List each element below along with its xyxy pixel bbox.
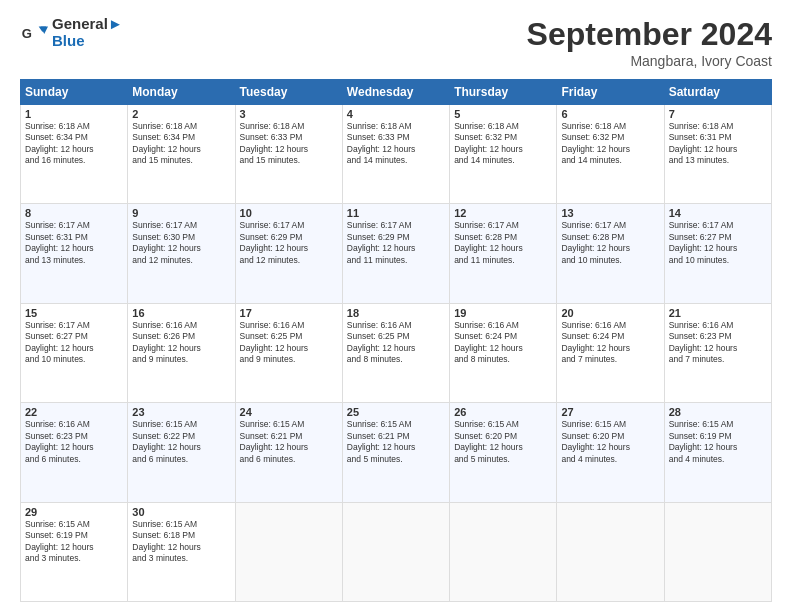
- day-number: 30: [132, 506, 230, 518]
- cell-content: Sunrise: 6:15 AMSunset: 6:21 PMDaylight:…: [347, 419, 416, 463]
- cell-content: Sunrise: 6:15 AMSunset: 6:22 PMDaylight:…: [132, 419, 201, 463]
- weekday-header-sunday: Sunday: [21, 80, 128, 105]
- cell-content: Sunrise: 6:17 AMSunset: 6:28 PMDaylight:…: [454, 220, 523, 264]
- calendar-cell: 17 Sunrise: 6:16 AMSunset: 6:25 PMDaylig…: [235, 303, 342, 402]
- logo: G General► Blue: [20, 16, 123, 49]
- calendar-cell: [557, 502, 664, 601]
- calendar-cell: 18 Sunrise: 6:16 AMSunset: 6:25 PMDaylig…: [342, 303, 449, 402]
- day-number: 14: [669, 207, 767, 219]
- calendar-cell: 28 Sunrise: 6:15 AMSunset: 6:19 PMDaylig…: [664, 403, 771, 502]
- calendar-cell: [342, 502, 449, 601]
- calendar-cell: 29 Sunrise: 6:15 AMSunset: 6:19 PMDaylig…: [21, 502, 128, 601]
- cell-content: Sunrise: 6:17 AMSunset: 6:27 PMDaylight:…: [669, 220, 738, 264]
- calendar-week-1: 1 Sunrise: 6:18 AMSunset: 6:34 PMDayligh…: [21, 105, 772, 204]
- header: G General► Blue September 2024 Mangbara,…: [20, 16, 772, 69]
- cell-content: Sunrise: 6:18 AMSunset: 6:33 PMDaylight:…: [347, 121, 416, 165]
- day-number: 29: [25, 506, 123, 518]
- cell-content: Sunrise: 6:15 AMSunset: 6:21 PMDaylight:…: [240, 419, 309, 463]
- cell-content: Sunrise: 6:15 AMSunset: 6:20 PMDaylight:…: [454, 419, 523, 463]
- day-number: 18: [347, 307, 445, 319]
- day-number: 3: [240, 108, 338, 120]
- calendar-cell: 14 Sunrise: 6:17 AMSunset: 6:27 PMDaylig…: [664, 204, 771, 303]
- weekday-header-row: SundayMondayTuesdayWednesdayThursdayFrid…: [21, 80, 772, 105]
- day-number: 16: [132, 307, 230, 319]
- calendar-cell: 24 Sunrise: 6:15 AMSunset: 6:21 PMDaylig…: [235, 403, 342, 502]
- calendar-cell: 13 Sunrise: 6:17 AMSunset: 6:28 PMDaylig…: [557, 204, 664, 303]
- day-number: 20: [561, 307, 659, 319]
- calendar-table: SundayMondayTuesdayWednesdayThursdayFrid…: [20, 79, 772, 602]
- calendar-cell: 1 Sunrise: 6:18 AMSunset: 6:34 PMDayligh…: [21, 105, 128, 204]
- cell-content: Sunrise: 6:16 AMSunset: 6:23 PMDaylight:…: [25, 419, 94, 463]
- calendar-cell: 6 Sunrise: 6:18 AMSunset: 6:32 PMDayligh…: [557, 105, 664, 204]
- cell-content: Sunrise: 6:18 AMSunset: 6:32 PMDaylight:…: [454, 121, 523, 165]
- calendar-cell: 12 Sunrise: 6:17 AMSunset: 6:28 PMDaylig…: [450, 204, 557, 303]
- page: G General► Blue September 2024 Mangbara,…: [0, 0, 792, 612]
- calendar-cell: 25 Sunrise: 6:15 AMSunset: 6:21 PMDaylig…: [342, 403, 449, 502]
- cell-content: Sunrise: 6:16 AMSunset: 6:24 PMDaylight:…: [561, 320, 630, 364]
- cell-content: Sunrise: 6:16 AMSunset: 6:25 PMDaylight:…: [347, 320, 416, 364]
- cell-content: Sunrise: 6:18 AMSunset: 6:33 PMDaylight:…: [240, 121, 309, 165]
- day-number: 27: [561, 406, 659, 418]
- day-number: 15: [25, 307, 123, 319]
- day-number: 26: [454, 406, 552, 418]
- day-number: 23: [132, 406, 230, 418]
- calendar-cell: 3 Sunrise: 6:18 AMSunset: 6:33 PMDayligh…: [235, 105, 342, 204]
- cell-content: Sunrise: 6:16 AMSunset: 6:24 PMDaylight:…: [454, 320, 523, 364]
- day-number: 22: [25, 406, 123, 418]
- day-number: 19: [454, 307, 552, 319]
- day-number: 24: [240, 406, 338, 418]
- weekday-header-thursday: Thursday: [450, 80, 557, 105]
- calendar-cell: 10 Sunrise: 6:17 AMSunset: 6:29 PMDaylig…: [235, 204, 342, 303]
- cell-content: Sunrise: 6:17 AMSunset: 6:30 PMDaylight:…: [132, 220, 201, 264]
- calendar-week-2: 8 Sunrise: 6:17 AMSunset: 6:31 PMDayligh…: [21, 204, 772, 303]
- cell-content: Sunrise: 6:15 AMSunset: 6:18 PMDaylight:…: [132, 519, 201, 563]
- title-block: September 2024 Mangbara, Ivory Coast: [527, 16, 772, 69]
- weekday-header-tuesday: Tuesday: [235, 80, 342, 105]
- calendar-cell: 16 Sunrise: 6:16 AMSunset: 6:26 PMDaylig…: [128, 303, 235, 402]
- weekday-header-monday: Monday: [128, 80, 235, 105]
- day-number: 21: [669, 307, 767, 319]
- day-number: 9: [132, 207, 230, 219]
- cell-content: Sunrise: 6:16 AMSunset: 6:25 PMDaylight:…: [240, 320, 309, 364]
- calendar-cell: 15 Sunrise: 6:17 AMSunset: 6:27 PMDaylig…: [21, 303, 128, 402]
- day-number: 17: [240, 307, 338, 319]
- location-title: Mangbara, Ivory Coast: [527, 53, 772, 69]
- calendar-cell: 27 Sunrise: 6:15 AMSunset: 6:20 PMDaylig…: [557, 403, 664, 502]
- logo-icon: G: [20, 19, 48, 47]
- cell-content: Sunrise: 6:18 AMSunset: 6:32 PMDaylight:…: [561, 121, 630, 165]
- calendar-cell: [664, 502, 771, 601]
- day-number: 2: [132, 108, 230, 120]
- weekday-header-wednesday: Wednesday: [342, 80, 449, 105]
- cell-content: Sunrise: 6:17 AMSunset: 6:27 PMDaylight:…: [25, 320, 94, 364]
- calendar-week-3: 15 Sunrise: 6:17 AMSunset: 6:27 PMDaylig…: [21, 303, 772, 402]
- calendar-cell: 21 Sunrise: 6:16 AMSunset: 6:23 PMDaylig…: [664, 303, 771, 402]
- calendar-cell: 23 Sunrise: 6:15 AMSunset: 6:22 PMDaylig…: [128, 403, 235, 502]
- calendar-cell: 22 Sunrise: 6:16 AMSunset: 6:23 PMDaylig…: [21, 403, 128, 502]
- calendar-cell: 9 Sunrise: 6:17 AMSunset: 6:30 PMDayligh…: [128, 204, 235, 303]
- day-number: 13: [561, 207, 659, 219]
- calendar-cell: 8 Sunrise: 6:17 AMSunset: 6:31 PMDayligh…: [21, 204, 128, 303]
- cell-content: Sunrise: 6:15 AMSunset: 6:20 PMDaylight:…: [561, 419, 630, 463]
- day-number: 4: [347, 108, 445, 120]
- calendar-cell: 11 Sunrise: 6:17 AMSunset: 6:29 PMDaylig…: [342, 204, 449, 303]
- calendar-cell: 2 Sunrise: 6:18 AMSunset: 6:34 PMDayligh…: [128, 105, 235, 204]
- day-number: 10: [240, 207, 338, 219]
- calendar-cell: 26 Sunrise: 6:15 AMSunset: 6:20 PMDaylig…: [450, 403, 557, 502]
- calendar-cell: [450, 502, 557, 601]
- day-number: 11: [347, 207, 445, 219]
- cell-content: Sunrise: 6:17 AMSunset: 6:29 PMDaylight:…: [240, 220, 309, 264]
- cell-content: Sunrise: 6:18 AMSunset: 6:34 PMDaylight:…: [25, 121, 94, 165]
- cell-content: Sunrise: 6:18 AMSunset: 6:31 PMDaylight:…: [669, 121, 738, 165]
- cell-content: Sunrise: 6:15 AMSunset: 6:19 PMDaylight:…: [25, 519, 94, 563]
- day-number: 28: [669, 406, 767, 418]
- logo-text: General► Blue: [52, 16, 123, 49]
- calendar-week-4: 22 Sunrise: 6:16 AMSunset: 6:23 PMDaylig…: [21, 403, 772, 502]
- month-title: September 2024: [527, 16, 772, 53]
- calendar-week-5: 29 Sunrise: 6:15 AMSunset: 6:19 PMDaylig…: [21, 502, 772, 601]
- day-number: 25: [347, 406, 445, 418]
- calendar-cell: 5 Sunrise: 6:18 AMSunset: 6:32 PMDayligh…: [450, 105, 557, 204]
- cell-content: Sunrise: 6:18 AMSunset: 6:34 PMDaylight:…: [132, 121, 201, 165]
- weekday-header-saturday: Saturday: [664, 80, 771, 105]
- calendar-cell: 7 Sunrise: 6:18 AMSunset: 6:31 PMDayligh…: [664, 105, 771, 204]
- calendar-cell: 20 Sunrise: 6:16 AMSunset: 6:24 PMDaylig…: [557, 303, 664, 402]
